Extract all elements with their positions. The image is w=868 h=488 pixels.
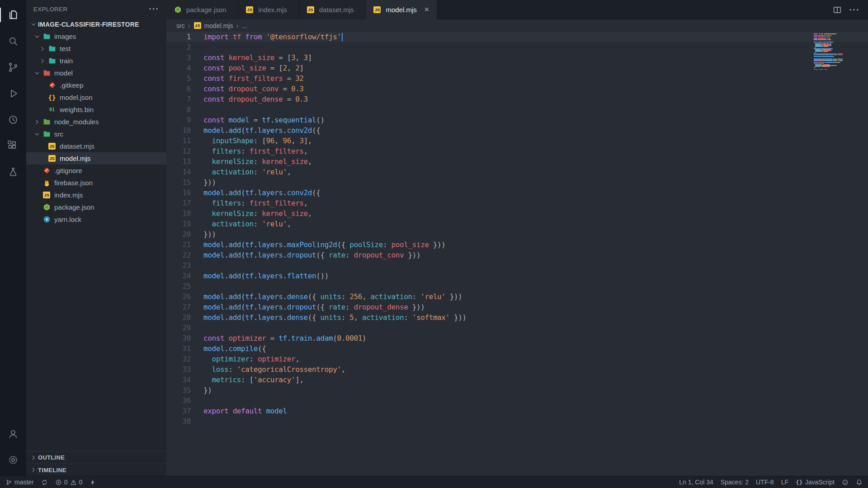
activity-source-control[interactable]: [0, 54, 26, 80]
breadcrumb-item[interactable]: ...: [241, 22, 247, 29]
more-actions-icon[interactable]: ···: [149, 5, 159, 14]
activity-run-and-debug[interactable]: [0, 80, 26, 107]
code-line-20[interactable]: 20})): [166, 229, 868, 239]
activity-accounts[interactable]: [0, 421, 26, 447]
activity-search[interactable]: [0, 28, 26, 54]
code-line-4[interactable]: 4const pool_size = [2, 2]: [166, 63, 868, 73]
more-actions-icon[interactable]: ···: [849, 5, 860, 15]
activity-testing[interactable]: [0, 159, 26, 185]
status-feedback[interactable]: [838, 476, 852, 488]
folder-test[interactable]: test: [26, 42, 166, 55]
panel-outline[interactable]: OUTLINE: [26, 451, 166, 464]
file-model.json[interactable]: {}model.json: [26, 91, 166, 103]
code-content[interactable]: 1import tf from '@tensorflow/tfjs'23cons…: [166, 32, 868, 476]
code-line-30[interactable]: 30const optimizer = tf.train.adam(0.0001…: [166, 333, 868, 343]
code-line-28[interactable]: 28model.add(tf.layers.dense({ units: 5, …: [166, 312, 868, 323]
code-line-38[interactable]: 38: [166, 416, 868, 427]
panel-timeline[interactable]: TIMELINE: [26, 464, 166, 476]
status-sync[interactable]: [38, 476, 52, 488]
code-line-11[interactable]: 11 inputShape: [96, 96, 3],: [166, 136, 868, 146]
minimap[interactable]: [814, 33, 843, 71]
status-encoding[interactable]: UTF-8: [752, 476, 778, 488]
code-line-18[interactable]: 18 kernelSize: kernel_size,: [166, 208, 868, 219]
indent-spacer: [38, 103, 47, 116]
code-text: model.add(tf.layers.dense({ units: 256, …: [191, 291, 462, 302]
code-line-14[interactable]: 14 activation: 'relu',: [166, 167, 868, 177]
tab-model.mjs[interactable]: JSmodel.mjs×: [366, 0, 437, 19]
code-line-35[interactable]: 35}): [166, 385, 868, 395]
code-line-27[interactable]: 27model.add(tf.layers.dropout({ rate: dr…: [166, 302, 868, 312]
code-line-31[interactable]: 31model.compile({: [166, 343, 868, 354]
tree-root-folder[interactable]: IMAGE-CLASSIFIER-FIRESTORE: [26, 18, 166, 30]
file-index.mjs[interactable]: JSindex.mjs: [26, 189, 166, 201]
folder-train[interactable]: train: [26, 55, 166, 67]
status-eol[interactable]: LF: [778, 476, 792, 488]
code-line-13[interactable]: 13 kernelSize: kernel_size,: [166, 156, 868, 167]
breadcrumb-item[interactable]: JSmodel.mjs: [193, 22, 233, 30]
status-cursor-position[interactable]: Ln 1, Col 34: [675, 476, 717, 488]
main-row: EXPLORER ··· IMAGE-CLASSIFIER-FIRESTORE …: [0, 0, 868, 476]
code-line-21[interactable]: 21model.add(tf.layers.maxPooling2d({ poo…: [166, 239, 868, 250]
code-line-9[interactable]: 9const model = tf.sequential(): [166, 115, 868, 125]
code-line-3[interactable]: 3const kernel_size = [3, 3]: [166, 52, 868, 63]
code-line-37[interactable]: 37export default model: [166, 406, 868, 416]
code-line-15[interactable]: 15})): [166, 177, 868, 188]
activity-history[interactable]: [0, 107, 26, 133]
folder-images[interactable]: images: [26, 30, 166, 42]
code-line-33[interactable]: 33 loss: 'categoricalCrossentropy',: [166, 364, 868, 375]
file-.gitignore[interactable]: .gitignore: [26, 164, 166, 177]
code-line-2[interactable]: 2: [166, 42, 868, 52]
indent-spacer: [38, 152, 47, 164]
code-line-24[interactable]: 24model.add(tf.layers.flatten()): [166, 271, 868, 281]
line-number: 30: [166, 333, 191, 343]
file-firebase.json[interactable]: firebase.json: [26, 177, 166, 189]
status-language-mode[interactable]: {}JavaScript: [792, 476, 838, 488]
code-line-7[interactable]: 7const dropout_dense = 0.3: [166, 94, 868, 104]
status-problems[interactable]: 00: [52, 476, 86, 488]
code-line-16[interactable]: 16model.add(tf.layers.conv2d({: [166, 188, 868, 198]
editor[interactable]: 1import tf from '@tensorflow/tfjs'23cons…: [166, 32, 868, 476]
tab-dataset.mjs[interactable]: JSdataset.mjs: [299, 0, 366, 19]
code-line-19[interactable]: 19 activation: 'relu',: [166, 219, 868, 229]
code-line-5[interactable]: 5const first_filters = 32: [166, 73, 868, 84]
status-power[interactable]: [86, 476, 100, 488]
file-weights.bin[interactable]: 01weights.bin: [26, 103, 166, 116]
activity-explorer[interactable]: [0, 2, 26, 28]
folder-src[interactable]: src: [26, 128, 166, 140]
activity-settings[interactable]: [0, 447, 26, 473]
tab-package.json[interactable]: package.json: [166, 0, 238, 19]
code-line-25[interactable]: 25: [166, 281, 868, 291]
code-line-36[interactable]: 36: [166, 395, 868, 406]
breadcrumb-item[interactable]: src: [176, 22, 185, 29]
activity-extensions[interactable]: [0, 133, 26, 159]
code-text: kernelSize: kernel_size,: [191, 156, 312, 167]
file-dataset.mjs[interactable]: JSdataset.mjs: [26, 140, 166, 152]
status-branch[interactable]: master: [2, 476, 38, 488]
code-line-23[interactable]: 23: [166, 260, 868, 271]
code-line-34[interactable]: 34 metrics: ['accuracy'],: [166, 375, 868, 385]
code-line-6[interactable]: 6const dropout_conv = 0.3: [166, 84, 868, 94]
code-line-22[interactable]: 22model.add(tf.layers.dropout({ rate: dr…: [166, 250, 868, 260]
file-yarn.lock[interactable]: Yyarn.lock: [26, 213, 166, 225]
activity-bar: [0, 0, 26, 476]
close-icon[interactable]: ×: [422, 5, 431, 14]
folder-node_modules[interactable]: node_modules: [26, 116, 166, 128]
code-line-10[interactable]: 10model.add(tf.layers.conv2d({: [166, 125, 868, 136]
file-.gitkeep[interactable]: .gitkeep: [26, 79, 166, 91]
code-text: }): [191, 385, 212, 395]
code-line-29[interactable]: 29: [166, 323, 868, 333]
code-line-26[interactable]: 26model.add(tf.layers.dense({ units: 256…: [166, 291, 868, 302]
file-package.json[interactable]: package.json: [26, 201, 166, 213]
file-model.mjs[interactable]: JSmodel.mjs: [26, 152, 166, 164]
status-notifications[interactable]: [852, 476, 866, 488]
code-line-1[interactable]: 1import tf from '@tensorflow/tfjs': [166, 32, 868, 42]
code-text: })): [191, 177, 216, 188]
folder-model[interactable]: model: [26, 67, 166, 79]
tab-index.mjs[interactable]: JSindex.mjs: [238, 0, 299, 19]
code-line-12[interactable]: 12 filters: first_filters,: [166, 146, 868, 156]
code-line-32[interactable]: 32 optimizer: optimizer,: [166, 354, 868, 364]
code-line-17[interactable]: 17 filters: first_filters,: [166, 198, 868, 208]
split-editor-icon[interactable]: [832, 5, 842, 15]
code-line-8[interactable]: 8: [166, 104, 868, 115]
status-indentation[interactable]: Spaces: 2: [717, 476, 752, 488]
